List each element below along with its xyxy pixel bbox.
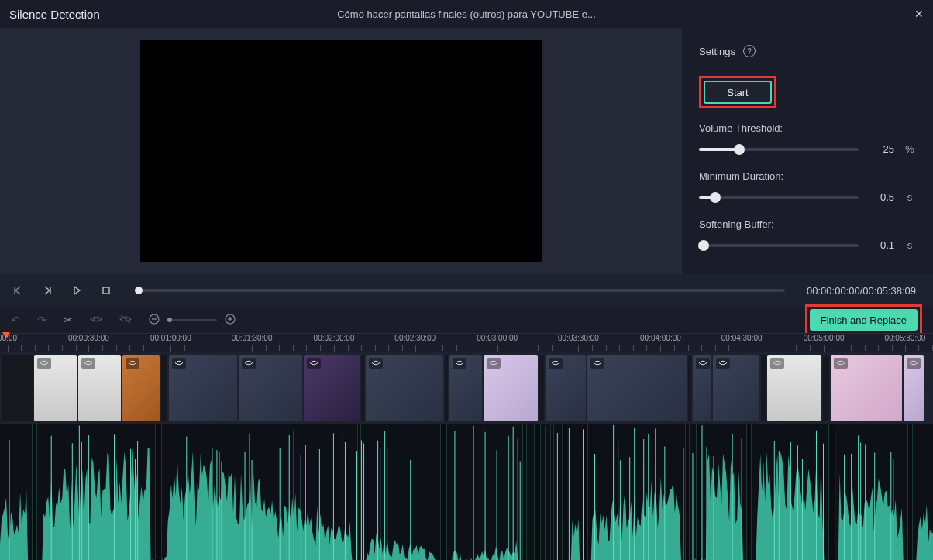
video-clip[interactable] <box>169 355 237 421</box>
minimum-duration-unit: s <box>904 191 916 203</box>
ruler-label: 00:05:00:00 <box>804 334 845 342</box>
close-button[interactable]: ✕ <box>914 8 924 20</box>
clip-visibility-icon[interactable] <box>834 358 848 369</box>
svg-rect-0 <box>103 287 109 294</box>
silence-gap[interactable] <box>584 424 588 560</box>
video-clip[interactable] <box>767 355 821 421</box>
start-button[interactable]: Start <box>704 81 772 104</box>
silence-gap[interactable] <box>357 424 361 560</box>
silence-gap[interactable] <box>522 424 527 560</box>
video-clip[interactable] <box>78 355 121 421</box>
video-clip[interactable] <box>484 355 538 421</box>
softening-buffer-slider[interactable] <box>699 244 859 247</box>
video-clip[interactable] <box>761 355 766 421</box>
finish-and-replace-button[interactable]: Finish and Replace <box>810 309 918 331</box>
timeline-ruler[interactable]: 00:0000:00:30:0000:01:00:0000:01:30:0000… <box>0 333 933 352</box>
silence-gap[interactable] <box>746 424 752 560</box>
video-clip[interactable] <box>122 355 160 421</box>
window-controls: — ✕ <box>890 8 924 20</box>
video-clip[interactable] <box>34 355 77 421</box>
video-clip[interactable] <box>449 355 482 421</box>
minimum-duration-slider[interactable] <box>699 196 859 199</box>
next-frame-button[interactable] <box>40 283 54 297</box>
softening-buffer-value: 0.1 <box>868 239 894 251</box>
video-clip[interactable] <box>366 355 443 421</box>
silence-gap[interactable] <box>696 424 701 560</box>
eye-off-icon[interactable] <box>119 314 132 326</box>
seek-slider[interactable] <box>135 289 785 292</box>
video-clip[interactable] <box>904 355 924 421</box>
video-clip[interactable] <box>587 355 687 421</box>
video-clip[interactable] <box>831 355 902 421</box>
undo-button[interactable]: ↶ <box>11 314 20 326</box>
timecode-display: 00:00:00:00/00:05:38:09 <box>807 285 916 297</box>
cut-button[interactable]: ✂ <box>64 314 73 326</box>
ruler-label: 00:04:30:00 <box>721 334 763 342</box>
clip-visibility-icon[interactable] <box>907 358 921 369</box>
clip-visibility-icon[interactable] <box>369 358 383 369</box>
clip-visibility-icon[interactable] <box>37 358 51 369</box>
clip-visibility-icon[interactable] <box>453 358 466 369</box>
help-icon[interactable]: ? <box>743 45 756 57</box>
minimum-duration-group: Minimum Duration: 0.5 s <box>699 170 916 203</box>
play-button[interactable] <box>70 283 84 297</box>
ruler-label: 00:02:00:00 <box>314 334 355 342</box>
ruler-label: 00:03:30:00 <box>558 334 599 342</box>
silence-gap[interactable] <box>550 424 554 560</box>
volume-threshold-slider[interactable] <box>699 148 859 151</box>
clip-visibility-icon[interactable] <box>590 358 604 369</box>
minimum-duration-value: 0.5 <box>868 191 894 203</box>
zoom-out-button[interactable] <box>149 314 160 327</box>
silence-gap[interactable] <box>907 424 912 560</box>
slider-thumb[interactable] <box>710 192 721 203</box>
video-clip[interactable] <box>445 355 448 421</box>
silence-gap[interactable] <box>685 424 690 560</box>
clip-visibility-icon[interactable] <box>242 358 256 369</box>
zoom-in-button[interactable] <box>225 314 236 327</box>
clip-visibility-icon[interactable] <box>770 358 784 369</box>
ruler-label: 00:03:00:00 <box>477 334 518 342</box>
silence-gap[interactable] <box>562 424 566 560</box>
video-preview[interactable] <box>140 40 542 262</box>
clip-visibility-icon[interactable] <box>307 358 321 369</box>
video-clip[interactable] <box>693 355 711 421</box>
clip-visibility-icon[interactable] <box>696 358 710 369</box>
video-clip[interactable] <box>361 355 364 421</box>
seek-thumb[interactable] <box>135 287 143 294</box>
clip-visibility-icon[interactable] <box>81 358 95 369</box>
stop-button[interactable] <box>99 283 113 297</box>
video-clip[interactable] <box>304 355 360 421</box>
clip-visibility-icon[interactable] <box>172 358 186 369</box>
slider-thumb[interactable] <box>698 240 709 251</box>
eye-icon[interactable] <box>90 314 102 326</box>
video-clip[interactable] <box>823 355 829 421</box>
silence-gap[interactable] <box>32 424 37 560</box>
minimize-button[interactable]: — <box>890 8 900 20</box>
silence-gap[interactable] <box>534 424 542 560</box>
audio-track[interactable] <box>0 424 933 560</box>
zoom-slider[interactable] <box>167 319 217 321</box>
window-titlebar: Silence Detection Cómo hacer pantallas f… <box>0 0 933 28</box>
clip-visibility-icon[interactable] <box>549 358 563 369</box>
video-clip[interactable] <box>713 355 759 421</box>
video-clip[interactable] <box>161 355 167 421</box>
video-clip[interactable] <box>539 355 544 421</box>
video-clip[interactable] <box>2 355 33 421</box>
clip-visibility-icon[interactable] <box>126 358 139 369</box>
video-track[interactable] <box>0 352 933 424</box>
finish-button-highlight: Finish and Replace <box>805 304 922 335</box>
redo-button[interactable]: ↷ <box>37 314 46 326</box>
video-clip[interactable] <box>688 355 691 421</box>
zoom-thumb[interactable] <box>167 318 172 322</box>
clip-visibility-icon[interactable] <box>487 358 501 369</box>
silence-gap[interactable] <box>440 424 446 560</box>
transport-bar: 00:00:00:00/00:05:38:09 <box>0 274 933 307</box>
video-clip[interactable] <box>546 355 586 421</box>
slider-thumb[interactable] <box>734 144 745 155</box>
silence-gap[interactable] <box>155 424 163 560</box>
video-clip[interactable] <box>239 355 302 421</box>
prev-frame-button[interactable] <box>11 283 25 297</box>
clip-visibility-icon[interactable] <box>716 358 730 369</box>
document-title: Cómo hacer pantallas finales (outros) pa… <box>0 9 933 20</box>
silence-gap[interactable] <box>828 424 835 560</box>
